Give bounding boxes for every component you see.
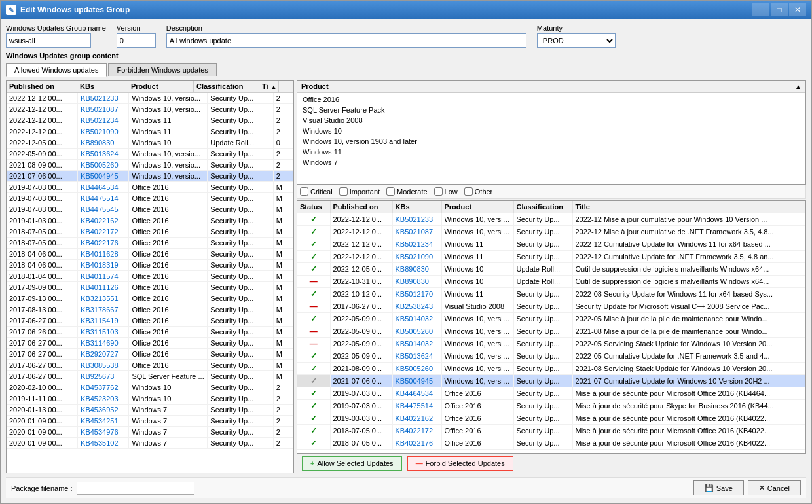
left-table-scroll[interactable]: 2022-12-12 00... KB5021233 Windows 10, v… [7, 93, 293, 473]
left-table-row[interactable]: 2018-07-05 00... KB4022176 Office 2016 S… [7, 238, 293, 249]
right-table-row[interactable]: — 2022-05-09 0... KB5014032 Windows 10, … [297, 338, 805, 350]
col-classification-r[interactable]: Classification [513, 201, 572, 213]
left-table-row[interactable]: 2022-12-12 00... KB5021234 Windows 11 Se… [7, 115, 293, 126]
right-table-row[interactable]: ✓ 2018-07-05 0... KB4022176 Office 2016 … [297, 437, 805, 450]
right-table-row[interactable]: — 2022-05-09 0... KB5005260 Windows 10, … [297, 325, 805, 338]
right-table-row[interactable]: ✓ 2022-12-12 0... KB5021233 Windows 10, … [297, 213, 805, 226]
left-table-row[interactable]: 2017-06-27 00... KB3115419 Office 2016 S… [7, 315, 293, 327]
filter-other[interactable]: Other [464, 187, 493, 196]
right-table-row[interactable]: ✓ 2022-10-12 0... KB5012170 Windows 11 S… [297, 288, 805, 300]
product-item[interactable]: Windows 10, version 1903 and later [297, 136, 805, 147]
forbid-selected-button[interactable]: — Forbid Selected Updates [407, 456, 513, 471]
left-table-row[interactable]: 2020-02-10 00... KB4537762 Windows 10 Se… [7, 382, 293, 393]
col-published-r[interactable]: Published on [330, 201, 392, 213]
product-list[interactable]: Office 2016 SQL Server Feature Pack Visu… [297, 93, 805, 184]
left-table-row[interactable]: 2019-11-11 00... KB4523203 Windows 10 Se… [7, 393, 293, 405]
col-ti[interactable]: Ti▲ [259, 81, 279, 92]
right-table-row[interactable]: ✓ 2019-07-03 0... KB4464534 Office 2016 … [297, 387, 805, 400]
left-table-row[interactable]: 2019-01-03 00... KB4022162 Office 2016 S… [7, 215, 293, 226]
right-table-row[interactable]: — 2022-10-31 0... KB890830 Windows 10 Up… [297, 276, 805, 288]
left-table-row[interactable]: 2020-01-09 00... KB4534976 Windows 7 Sec… [7, 427, 293, 438]
cell-published-r: 2022-12-12 0... [330, 251, 392, 263]
right-table-row[interactable]: ✓ 2022-12-05 0... KB890830 Windows 10 Up… [297, 263, 805, 276]
tab-bar: Allowed Windows updates Forbidden Window… [6, 63, 806, 76]
left-table-row[interactable]: 2019-07-03 00... KB4475514 Office 2016 S… [7, 193, 293, 204]
left-table-row[interactable]: 2017-06-27 00... KB2920727 Office 2016 S… [7, 349, 293, 360]
left-table-row[interactable]: 2017-06-27 00... KB925673 SQL Server Fea… [7, 371, 293, 382]
filter-moderate[interactable]: Moderate [386, 187, 427, 196]
maturity-select[interactable]: PROD DEV QA [537, 33, 616, 48]
right-table-row[interactable]: ✓ 2018-07-05 0... KB4022172 Office 2016 … [297, 425, 805, 437]
col-classification[interactable]: Classification [194, 81, 259, 92]
left-table-row[interactable]: 2021-07-06 00... KB5004945 Windows 10, v… [7, 171, 293, 182]
right-table-header-row: Status Published on KBs Product Classifi… [297, 201, 805, 213]
close-button[interactable]: ✕ [789, 3, 806, 16]
col-published[interactable]: Published on [7, 81, 77, 92]
cell-title-r: Security Update for Microsoft Visual C++… [572, 300, 805, 313]
right-table-row[interactable]: ✓ 2022-12-12 0... KB5021090 Windows 11 S… [297, 251, 805, 263]
filter-important[interactable]: Important [339, 187, 380, 196]
left-table-row[interactable]: 2017-06-26 00... KB3115103 Office 2016 S… [7, 327, 293, 338]
version-input[interactable] [117, 33, 156, 48]
col-kbs[interactable]: KBs [77, 81, 128, 92]
left-table-row[interactable]: 2021-08-09 00... KB5005260 Windows 10, v… [7, 160, 293, 171]
left-table-row[interactable]: 2018-04-06 00... KB4018319 Office 2016 S… [7, 260, 293, 271]
right-table-row[interactable]: ✓ 2022-12-12 0... KB5021087 Windows 10, … [297, 226, 805, 238]
maximize-button[interactable]: □ [771, 3, 788, 16]
filter-low[interactable]: Low [434, 187, 458, 196]
left-table-row[interactable]: 2017-06-27 00... KB3085538 Office 2016 S… [7, 360, 293, 371]
left-table-row[interactable]: 2018-04-06 00... KB4011628 Office 2016 S… [7, 249, 293, 260]
left-table-row[interactable]: 2022-12-12 00... KB5021233 Windows 10, v… [7, 93, 293, 104]
col-status[interactable]: Status [297, 201, 330, 213]
filter-critical[interactable]: Critical [300, 187, 333, 196]
tab-allowed[interactable]: Allowed Windows updates [6, 63, 107, 77]
left-table-row[interactable]: 2020-01-13 00... KB4536952 Windows 7 Sec… [7, 405, 293, 416]
description-input[interactable] [166, 33, 526, 48]
left-table-row[interactable]: 2019-07-03 00... KB4464534 Office 2016 S… [7, 182, 293, 193]
left-table-row[interactable]: 2018-01-04 00... KB4011574 Office 2016 S… [7, 271, 293, 282]
left-table-row[interactable]: 2019-07-03 00... KB4475545 Office 2016 S… [7, 204, 293, 215]
left-table-row[interactable]: 2022-12-05 00... KB890830 Windows 10 Upd… [7, 137, 293, 149]
left-table-row[interactable]: 2022-05-09 00... KB5013624 Windows 10, v… [7, 149, 293, 160]
right-table-row[interactable]: ✓ 2022-12-12 0... KB5021234 Windows 11 S… [297, 238, 805, 251]
cancel-button[interactable]: ✕ Cancel [748, 480, 801, 495]
col-product[interactable]: Product [128, 81, 194, 92]
left-table-row[interactable]: 2018-07-05 00... KB4022172 Office 2016 S… [7, 226, 293, 238]
product-item[interactable]: Windows 11 [297, 147, 805, 157]
product-title: Product [301, 82, 329, 90]
left-table-row[interactable]: 2017-08-13 00... KB3178667 Office 2016 S… [7, 304, 293, 315]
right-table-row[interactable]: ✓ 2022-05-09 0... KB5014032 Windows 10, … [297, 313, 805, 325]
left-table-row[interactable]: 2017-06-27 00... KB3114690 Office 2016 S… [7, 338, 293, 349]
left-table-row[interactable]: 2020-01-09 00... KB4534251 Windows 7 Sec… [7, 416, 293, 427]
right-table-row[interactable]: ✓ 2021-07-06 0... KB5004945 Windows 10, … [297, 375, 805, 387]
col-kbs-r[interactable]: KBs [392, 201, 441, 213]
product-item[interactable]: SQL Server Feature Pack [297, 105, 805, 115]
col-title-r[interactable]: Title [572, 201, 805, 213]
tab-forbidden[interactable]: Forbidden Windows updates [108, 63, 216, 76]
minimize-button[interactable]: — [752, 3, 769, 16]
right-table-row[interactable]: — 2017-06-27 0... KB2538243 Visual Studi… [297, 300, 805, 313]
allow-selected-button[interactable]: + Allow Selected Updates [302, 456, 402, 471]
right-table-scroll[interactable]: Status Published on KBs Product Classifi… [297, 201, 805, 453]
cell-product-r: Windows 11 [441, 238, 513, 251]
cell-ti: M [273, 338, 293, 349]
left-table-row[interactable]: 2020-01-09 00... KB4535102 Windows 7 Sec… [7, 438, 293, 449]
product-item[interactable]: Office 2016 [297, 94, 805, 105]
right-table-row[interactable]: ✓ 2022-05-09 0... KB5013624 Windows 10, … [297, 350, 805, 363]
product-item[interactable]: Windows 10 [297, 126, 805, 136]
product-item[interactable]: Windows 7 [297, 157, 805, 168]
left-table-row[interactable]: 2017-09-13 00... KB3213551 Office 2016 S… [7, 293, 293, 304]
col-product-r[interactable]: Product [441, 201, 513, 213]
left-table-row[interactable]: 2022-12-12 00... KB5021090 Windows 11 Se… [7, 126, 293, 137]
package-filename-input[interactable] [77, 482, 194, 495]
left-table-row[interactable]: 2017-09-09 00... KB4011126 Office 2016 S… [7, 282, 293, 293]
save-button[interactable]: 💾 Save [693, 480, 744, 495]
product-item[interactable]: Visual Studio 2008 [297, 115, 805, 126]
product-sort-icon[interactable]: ▲ [795, 83, 802, 90]
right-table-row[interactable]: ✓ 2019-07-03 0... KB4475514 Office 2016 … [297, 400, 805, 412]
left-table-row[interactable]: 2022-12-12 00... KB5021087 Windows 10, v… [7, 104, 293, 115]
version-field: Version [117, 24, 156, 48]
right-table-row[interactable]: ✓ 2019-03-03 0... KB4022162 Office 2016 … [297, 412, 805, 425]
right-table-row[interactable]: ✓ 2021-08-09 0... KB5005260 Windows 10, … [297, 363, 805, 375]
group-name-input[interactable] [6, 33, 91, 48]
